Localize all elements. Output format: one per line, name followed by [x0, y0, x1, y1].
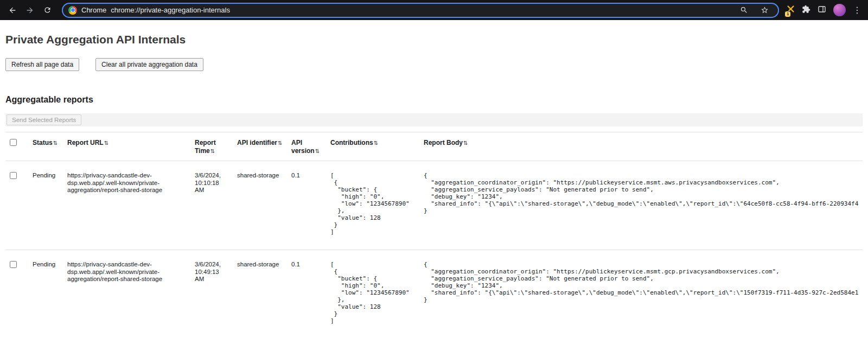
side-panel-icon[interactable] [818, 5, 826, 16]
header-report-time[interactable]: Report Time⇅ [190, 132, 233, 161]
url-text[interactable]: chrome://private-aggregation-internals [111, 6, 230, 14]
api-version-cell: 0.1 [287, 161, 326, 250]
clear-all-button[interactable]: Clear all private aggregation data [95, 58, 203, 71]
browser-menu-icon[interactable]: ⋮ [853, 6, 861, 15]
row-checkbox[interactable] [10, 261, 17, 268]
contributions-cell: [ { "bucket": { "high": "0", "low": "123… [326, 250, 419, 338]
table-row: Pending https://privacy-sandcastle-dev-d… [5, 161, 863, 250]
page-content: Private Aggregation API Internals Refres… [0, 33, 868, 338]
sort-icon: ⇅ [104, 140, 108, 146]
report-time-cell: 3/6/2024, 10:49:13 AM [190, 250, 233, 338]
extension-badge: 1 [784, 11, 791, 17]
table-row: Pending https://privacy-sandcastle-dev-d… [5, 250, 863, 338]
table-header-row: Status⇅ Report URL⇅ Report Time⇅ API ide… [5, 132, 863, 161]
send-selected-reports-button[interactable]: Send Selected Reports [7, 114, 81, 125]
report-body-cell: { "aggregation_coordinator_origin": "htt… [419, 161, 863, 250]
header-status[interactable]: Status⇅ [28, 132, 63, 161]
sort-icon: ⇅ [374, 140, 378, 146]
row-select-cell [5, 161, 28, 250]
header-report-body[interactable]: Report Body⇅ [419, 132, 863, 161]
row-select-cell [5, 250, 28, 338]
row-checkbox[interactable] [10, 172, 17, 179]
status-cell: Pending [28, 250, 63, 338]
browser-toolbar: Chrome chrome://private-aggregation-inte… [0, 0, 868, 20]
sort-icon: ⇅ [210, 148, 215, 154]
page-actions: Refresh all page data Clear all private … [5, 58, 863, 71]
select-all-header [5, 132, 28, 161]
header-api-version[interactable]: API version⇅ [287, 132, 326, 161]
select-all-checkbox[interactable] [10, 139, 17, 146]
profile-avatar[interactable] [833, 4, 846, 16]
chrome-logo-icon [68, 6, 77, 15]
chrome-label: Chrome [81, 6, 106, 14]
header-contributions[interactable]: Contributions⇅ [326, 132, 419, 161]
aggregatable-reports-table: Status⇅ Report URL⇅ Report Time⇅ API ide… [5, 132, 863, 338]
report-time-cell: 3/6/2024, 10:10:18 AM [190, 161, 233, 250]
header-api-identifier[interactable]: API identifier⇅ [233, 132, 287, 161]
forward-icon[interactable] [22, 2, 38, 18]
sort-icon: ⇅ [278, 140, 282, 146]
api-version-cell: 0.1 [287, 250, 326, 338]
report-body-cell: { "aggregation_coordinator_origin": "htt… [419, 250, 863, 338]
omnibox[interactable]: Chrome chrome://private-aggregation-inte… [62, 3, 779, 18]
section-title: Aggregatable reports [5, 95, 863, 105]
report-url-cell: https://privacy-sandcastle-dev-dsp.web.a… [63, 161, 190, 250]
back-icon[interactable] [4, 2, 21, 18]
header-report-url[interactable]: Report URL⇅ [63, 132, 190, 161]
sort-icon: ⇅ [315, 148, 320, 154]
extension-action-icon[interactable]: 1 [787, 5, 795, 15]
bookmark-star-icon[interactable] [756, 2, 773, 18]
search-icon[interactable] [736, 2, 752, 18]
page-title: Private Aggregation API Internals [5, 33, 863, 46]
sort-icon: ⇅ [463, 140, 468, 146]
api-identifier-cell: shared-storage [233, 250, 287, 338]
reports-toolbar: Send Selected Reports [5, 113, 863, 126]
extensions-puzzle-icon[interactable] [802, 5, 810, 16]
reload-icon[interactable] [39, 2, 55, 18]
api-identifier-cell: shared-storage [233, 161, 287, 250]
status-cell: Pending [28, 161, 63, 250]
report-url-cell: https://privacy-sandcastle-dev-dsp.web.a… [63, 250, 190, 338]
contributions-cell: [ { "bucket": { "high": "0", "low": "123… [326, 161, 419, 250]
sort-icon: ⇅ [53, 140, 58, 146]
refresh-all-button[interactable]: Refresh all page data [5, 58, 79, 71]
